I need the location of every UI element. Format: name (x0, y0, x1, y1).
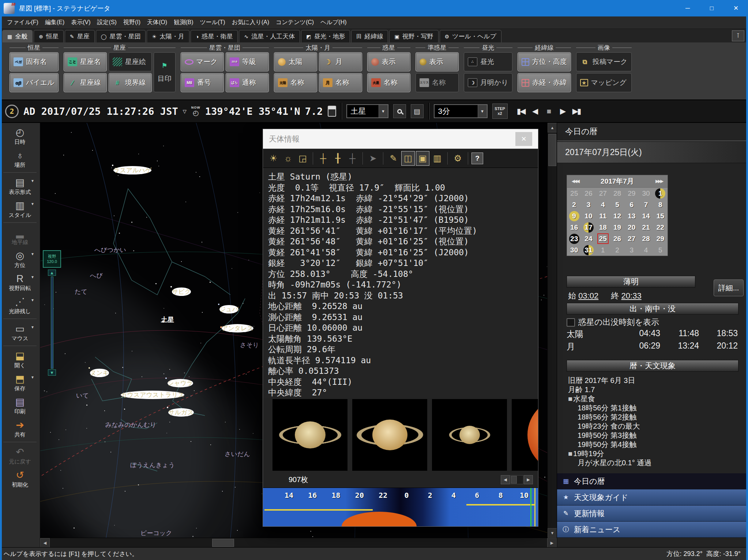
menu-item-6[interactable]: 観測(B) (170, 17, 196, 28)
chart-label[interactable]: へびつかい (94, 246, 126, 254)
ribbon-button-const-name[interactable]: こと星座名 (64, 52, 107, 71)
pin-toolbar-button[interactable]: ⊺ (732, 30, 744, 41)
chart-label[interactable]: サルガス (168, 408, 194, 417)
calendar-day[interactable]: 5 (653, 244, 668, 256)
step-back-button[interactable]: ◀ (529, 105, 540, 117)
calendar-day[interactable]: 25 (567, 188, 581, 199)
calendar-day[interactable]: 26 (581, 188, 595, 199)
ribbon-button-proper-name[interactable]: ベガ固有名 (10, 52, 59, 71)
menu-item-4[interactable]: 視野(I) (120, 17, 144, 28)
scroll-left-button[interactable]: ◀ (40, 538, 50, 548)
ribbon-button-const-art[interactable]: 星座絵 (109, 52, 152, 71)
visibility-timeline[interactable]: 14161820220246810 (263, 488, 538, 526)
calendar-day[interactable]: 26 (610, 233, 624, 244)
ribbon-button-landmark[interactable]: ⚑目印 (154, 52, 176, 92)
panel-nav-today-calendar[interactable]: ▦今日の暦 (557, 473, 748, 489)
sidebar-item-open[interactable]: ⬓開く (0, 348, 40, 371)
tab-planets[interactable]: ◑惑星・衛星 (191, 30, 238, 42)
help-icon[interactable]: ? (471, 153, 483, 164)
menu-item-5[interactable]: 天体(O) (144, 17, 170, 28)
sidebar-item-undo[interactable]: ↶元に戻す (0, 444, 40, 467)
calendar-day[interactable]: 1 (653, 188, 668, 199)
edit-icon[interactable]: ✎ (387, 151, 400, 166)
datetime-dropdown-icon[interactable]: ▽ (183, 109, 187, 114)
calendar-day[interactable]: 29 (624, 188, 639, 199)
tab-meteor[interactable]: ∿流星・人工天体 (239, 30, 300, 42)
ribbon-button-sun-name[interactable]: 太陽名称 (274, 73, 317, 92)
planet-riseset-checkbox[interactable] (567, 318, 575, 327)
saturn-photo-thumbnail-2[interactable] (352, 399, 427, 471)
ribbon-button-sun[interactable]: 太陽 (274, 52, 317, 71)
ribbon-button-const-line[interactable]: ∕星座線 (64, 73, 107, 92)
sidebar-item-share[interactable]: ➔共有 (0, 417, 40, 440)
sidebar-item-print[interactable]: ▤印刷 (0, 394, 40, 417)
photo-scroll-track[interactable] (510, 475, 523, 484)
search-button[interactable] (393, 104, 406, 118)
stop-button[interactable]: ■ (543, 105, 554, 117)
tab-gridlines[interactable]: 田経緯線 (351, 30, 388, 42)
calendar-day[interactable]: 8 (653, 199, 668, 210)
scroll-right-button[interactable]: ▶ (547, 538, 557, 548)
ribbon-button-const-boundary[interactable]: #境界線 (109, 73, 152, 92)
tab-tools-help[interactable]: ⚙ツール・ヘルプ (440, 30, 502, 42)
sun-hide-icon[interactable]: ☼ (281, 151, 295, 166)
menu-item-3[interactable]: 設定(S) (94, 17, 120, 28)
calendar-day[interactable]: 13 (624, 210, 639, 222)
ribbon-button-daylight[interactable]: ∴昼光 (464, 52, 512, 71)
current-time-cursor[interactable] (530, 488, 531, 526)
chart-label[interactable]: サビク (172, 287, 191, 296)
panel-nav-update-info[interactable]: ✎更新情報 (557, 505, 748, 522)
tab-fov-frame[interactable]: ▣視野・写野 (389, 30, 438, 42)
calendar-day[interactable]: 31 (581, 244, 595, 256)
chart-label[interactable]: へび (90, 271, 103, 280)
sidebar-item-save[interactable]: ⬒▼保存 (0, 371, 40, 394)
dropdown-caret-icon[interactable]: ▼ (31, 202, 34, 206)
minimize-button[interactable]: ─ (676, 0, 700, 16)
ribbon-button-post-mark[interactable]: ⧉投稿マーク (576, 52, 632, 71)
chart-label[interactable]: カウスアウストラリス (121, 391, 184, 399)
calendar-day[interactable]: 17 (581, 222, 595, 233)
calendar-day[interactable]: 29 (653, 233, 668, 244)
target-object-value[interactable]: 土星 (347, 105, 379, 117)
ribbon-button-mapping[interactable]: ★マッピング (576, 73, 632, 92)
calendar-day[interactable]: 22 (653, 222, 668, 233)
sidebar-item-horizon[interactable]: ▂地平線 (0, 225, 40, 248)
ribbon-button-moonlight[interactable]: ☽月明かり (464, 73, 512, 92)
calendar-day[interactable]: 27 (596, 188, 610, 199)
dialog-title-bar[interactable]: 天体情報 ✕ (263, 129, 538, 149)
sidebar-item-location[interactable]: ♁場所 (0, 147, 40, 170)
ribbon-button-dwarf-show[interactable]: 表示 (416, 52, 459, 71)
time-step-value[interactable]: 3分 (435, 105, 478, 117)
settings-icon[interactable]: ⚙ (451, 151, 465, 166)
datetime-display[interactable]: AD 2017/07/25 11:27:26 JST (23, 106, 178, 117)
tab-general[interactable]: ▦全般 (2, 30, 33, 42)
sun-visibility-icon[interactable]: ☀ (267, 151, 280, 166)
tab-stars[interactable]: ⊕恒星 (34, 30, 64, 42)
scroll-up-button[interactable]: ▲ (548, 123, 557, 132)
calendar-day[interactable]: 28 (610, 188, 624, 199)
center-icon[interactable]: ┼ (316, 151, 330, 166)
ribbon-button-planet-name[interactable]: 火星名称 (367, 73, 410, 92)
ribbon-button-planet-show[interactable]: 表示 (367, 52, 410, 71)
ribbon-button-dso-mark[interactable]: マーク (181, 52, 224, 71)
panel-nav-news[interactable]: ⓘ新着ニュース (557, 522, 748, 538)
calendar-day[interactable]: 3 (624, 244, 639, 256)
photo-scroll-thumb[interactable] (511, 476, 517, 484)
calendar-day[interactable]: 2 (610, 244, 624, 256)
chart-horizontal-scrollbar[interactable]: ◀ ▶ (40, 538, 557, 547)
tab-constellation[interactable]: ✎星座 (65, 30, 95, 42)
ribbon-button-moon[interactable]: ☽月 (319, 52, 362, 71)
chart-label[interactable]: ヌンキ (90, 369, 109, 377)
calendar-day[interactable]: 10 (581, 210, 595, 222)
menu-item-8[interactable]: お気に入り(A) (229, 17, 272, 28)
menu-item-2[interactable]: 表示(V) (68, 17, 94, 28)
now-button[interactable]: NOW ◴ (191, 106, 200, 116)
chart-label[interactable]: ラスアルハゲ (113, 166, 151, 174)
step-multiplier-button[interactable]: STEP x2 (492, 104, 508, 119)
calendar-day[interactable]: 6 (624, 199, 639, 210)
chart-label[interactable]: みなみのかんむり (105, 421, 156, 429)
image-icon[interactable]: ▣ (416, 151, 429, 166)
calendar-day-selected[interactable]: 25 (596, 233, 610, 244)
sidebar-item-light-trail[interactable]: ⋰▼光跡残し (0, 294, 40, 317)
calendar-day[interactable]: 21 (639, 222, 653, 233)
